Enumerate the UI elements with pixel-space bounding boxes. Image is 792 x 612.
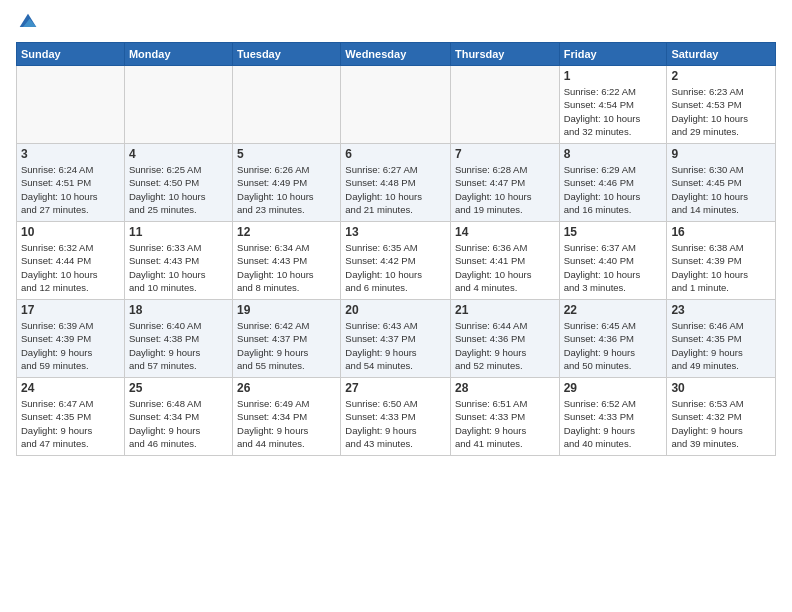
weekday-header: Friday (559, 43, 667, 66)
day-info: Sunrise: 6:38 AMSunset: 4:39 PMDaylight:… (671, 241, 771, 294)
weekday-header: Tuesday (233, 43, 341, 66)
day-number: 22 (564, 303, 663, 317)
day-info: Sunrise: 6:49 AMSunset: 4:34 PMDaylight:… (237, 397, 336, 450)
calendar-cell: 26Sunrise: 6:49 AMSunset: 4:34 PMDayligh… (233, 378, 341, 456)
logo-icon (18, 12, 38, 32)
day-info: Sunrise: 6:28 AMSunset: 4:47 PMDaylight:… (455, 163, 555, 216)
calendar-cell: 12Sunrise: 6:34 AMSunset: 4:43 PMDayligh… (233, 222, 341, 300)
calendar-week-row: 24Sunrise: 6:47 AMSunset: 4:35 PMDayligh… (17, 378, 776, 456)
page-header (16, 12, 776, 32)
logo (16, 12, 38, 32)
calendar-cell: 5Sunrise: 6:26 AMSunset: 4:49 PMDaylight… (233, 144, 341, 222)
calendar-cell: 30Sunrise: 6:53 AMSunset: 4:32 PMDayligh… (667, 378, 776, 456)
calendar-cell: 16Sunrise: 6:38 AMSunset: 4:39 PMDayligh… (667, 222, 776, 300)
calendar-cell: 15Sunrise: 6:37 AMSunset: 4:40 PMDayligh… (559, 222, 667, 300)
day-number: 20 (345, 303, 446, 317)
day-number: 27 (345, 381, 446, 395)
day-info: Sunrise: 6:23 AMSunset: 4:53 PMDaylight:… (671, 85, 771, 138)
calendar-table: SundayMondayTuesdayWednesdayThursdayFrid… (16, 42, 776, 456)
calendar-cell: 2Sunrise: 6:23 AMSunset: 4:53 PMDaylight… (667, 66, 776, 144)
day-info: Sunrise: 6:53 AMSunset: 4:32 PMDaylight:… (671, 397, 771, 450)
calendar-week-row: 3Sunrise: 6:24 AMSunset: 4:51 PMDaylight… (17, 144, 776, 222)
day-info: Sunrise: 6:40 AMSunset: 4:38 PMDaylight:… (129, 319, 228, 372)
calendar-cell: 24Sunrise: 6:47 AMSunset: 4:35 PMDayligh… (17, 378, 125, 456)
day-info: Sunrise: 6:48 AMSunset: 4:34 PMDaylight:… (129, 397, 228, 450)
day-info: Sunrise: 6:25 AMSunset: 4:50 PMDaylight:… (129, 163, 228, 216)
calendar-cell: 20Sunrise: 6:43 AMSunset: 4:37 PMDayligh… (341, 300, 451, 378)
calendar-cell (450, 66, 559, 144)
calendar-header-row: SundayMondayTuesdayWednesdayThursdayFrid… (17, 43, 776, 66)
day-number: 23 (671, 303, 771, 317)
calendar-cell: 18Sunrise: 6:40 AMSunset: 4:38 PMDayligh… (124, 300, 232, 378)
page-container: SundayMondayTuesdayWednesdayThursdayFrid… (0, 0, 792, 464)
day-info: Sunrise: 6:46 AMSunset: 4:35 PMDaylight:… (671, 319, 771, 372)
day-info: Sunrise: 6:35 AMSunset: 4:42 PMDaylight:… (345, 241, 446, 294)
day-info: Sunrise: 6:27 AMSunset: 4:48 PMDaylight:… (345, 163, 446, 216)
day-info: Sunrise: 6:24 AMSunset: 4:51 PMDaylight:… (21, 163, 120, 216)
weekday-header: Wednesday (341, 43, 451, 66)
day-info: Sunrise: 6:39 AMSunset: 4:39 PMDaylight:… (21, 319, 120, 372)
calendar-cell: 3Sunrise: 6:24 AMSunset: 4:51 PMDaylight… (17, 144, 125, 222)
day-info: Sunrise: 6:34 AMSunset: 4:43 PMDaylight:… (237, 241, 336, 294)
calendar-cell: 9Sunrise: 6:30 AMSunset: 4:45 PMDaylight… (667, 144, 776, 222)
calendar-cell (124, 66, 232, 144)
day-number: 11 (129, 225, 228, 239)
day-number: 8 (564, 147, 663, 161)
calendar-cell: 21Sunrise: 6:44 AMSunset: 4:36 PMDayligh… (450, 300, 559, 378)
day-number: 18 (129, 303, 228, 317)
day-number: 2 (671, 69, 771, 83)
day-info: Sunrise: 6:52 AMSunset: 4:33 PMDaylight:… (564, 397, 663, 450)
day-number: 13 (345, 225, 446, 239)
day-number: 17 (21, 303, 120, 317)
day-info: Sunrise: 6:36 AMSunset: 4:41 PMDaylight:… (455, 241, 555, 294)
weekday-header: Saturday (667, 43, 776, 66)
day-number: 4 (129, 147, 228, 161)
day-info: Sunrise: 6:51 AMSunset: 4:33 PMDaylight:… (455, 397, 555, 450)
day-number: 3 (21, 147, 120, 161)
day-number: 25 (129, 381, 228, 395)
calendar-cell: 10Sunrise: 6:32 AMSunset: 4:44 PMDayligh… (17, 222, 125, 300)
day-number: 10 (21, 225, 120, 239)
calendar-week-row: 1Sunrise: 6:22 AMSunset: 4:54 PMDaylight… (17, 66, 776, 144)
day-info: Sunrise: 6:30 AMSunset: 4:45 PMDaylight:… (671, 163, 771, 216)
weekday-header: Sunday (17, 43, 125, 66)
calendar-cell: 8Sunrise: 6:29 AMSunset: 4:46 PMDaylight… (559, 144, 667, 222)
day-info: Sunrise: 6:43 AMSunset: 4:37 PMDaylight:… (345, 319, 446, 372)
day-number: 29 (564, 381, 663, 395)
calendar-cell: 29Sunrise: 6:52 AMSunset: 4:33 PMDayligh… (559, 378, 667, 456)
calendar-week-row: 17Sunrise: 6:39 AMSunset: 4:39 PMDayligh… (17, 300, 776, 378)
day-number: 30 (671, 381, 771, 395)
day-number: 21 (455, 303, 555, 317)
weekday-header: Monday (124, 43, 232, 66)
day-info: Sunrise: 6:33 AMSunset: 4:43 PMDaylight:… (129, 241, 228, 294)
day-number: 1 (564, 69, 663, 83)
calendar-cell: 25Sunrise: 6:48 AMSunset: 4:34 PMDayligh… (124, 378, 232, 456)
calendar-cell: 23Sunrise: 6:46 AMSunset: 4:35 PMDayligh… (667, 300, 776, 378)
day-number: 24 (21, 381, 120, 395)
calendar-cell: 19Sunrise: 6:42 AMSunset: 4:37 PMDayligh… (233, 300, 341, 378)
calendar-cell (17, 66, 125, 144)
day-number: 7 (455, 147, 555, 161)
day-info: Sunrise: 6:47 AMSunset: 4:35 PMDaylight:… (21, 397, 120, 450)
day-info: Sunrise: 6:50 AMSunset: 4:33 PMDaylight:… (345, 397, 446, 450)
calendar-week-row: 10Sunrise: 6:32 AMSunset: 4:44 PMDayligh… (17, 222, 776, 300)
day-number: 12 (237, 225, 336, 239)
calendar-cell: 7Sunrise: 6:28 AMSunset: 4:47 PMDaylight… (450, 144, 559, 222)
day-info: Sunrise: 6:37 AMSunset: 4:40 PMDaylight:… (564, 241, 663, 294)
day-info: Sunrise: 6:42 AMSunset: 4:37 PMDaylight:… (237, 319, 336, 372)
day-info: Sunrise: 6:26 AMSunset: 4:49 PMDaylight:… (237, 163, 336, 216)
calendar-cell: 13Sunrise: 6:35 AMSunset: 4:42 PMDayligh… (341, 222, 451, 300)
day-number: 15 (564, 225, 663, 239)
calendar-cell (233, 66, 341, 144)
calendar-cell: 11Sunrise: 6:33 AMSunset: 4:43 PMDayligh… (124, 222, 232, 300)
calendar-cell: 4Sunrise: 6:25 AMSunset: 4:50 PMDaylight… (124, 144, 232, 222)
day-info: Sunrise: 6:44 AMSunset: 4:36 PMDaylight:… (455, 319, 555, 372)
calendar-cell: 28Sunrise: 6:51 AMSunset: 4:33 PMDayligh… (450, 378, 559, 456)
calendar-cell: 6Sunrise: 6:27 AMSunset: 4:48 PMDaylight… (341, 144, 451, 222)
day-info: Sunrise: 6:29 AMSunset: 4:46 PMDaylight:… (564, 163, 663, 216)
day-info: Sunrise: 6:45 AMSunset: 4:36 PMDaylight:… (564, 319, 663, 372)
day-number: 19 (237, 303, 336, 317)
day-number: 28 (455, 381, 555, 395)
day-info: Sunrise: 6:32 AMSunset: 4:44 PMDaylight:… (21, 241, 120, 294)
calendar-cell: 22Sunrise: 6:45 AMSunset: 4:36 PMDayligh… (559, 300, 667, 378)
